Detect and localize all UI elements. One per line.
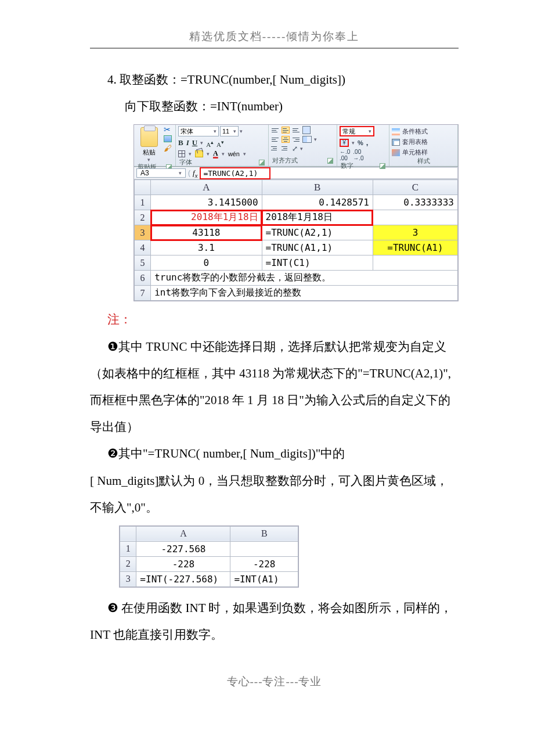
- row-header[interactable]: 5: [135, 255, 151, 271]
- ribbon-group-font: 宋体▾ 11▾ ▾ B I U▾ A▴ A▾ ▾: [176, 125, 269, 166]
- comma-style-icon[interactable]: ,: [366, 138, 369, 147]
- cell[interactable]: =TRUNC(A1): [373, 240, 457, 255]
- cell[interactable]: trunc将数字的小数部分截去，返回整数。: [151, 271, 458, 286]
- cell[interactable]: =INT(-227.568): [136, 571, 230, 586]
- percent-icon[interactable]: %: [358, 139, 363, 146]
- row-header[interactable]: 2: [135, 210, 151, 225]
- paste-label[interactable]: 粘贴: [136, 148, 161, 157]
- conditional-formatting-button[interactable]: 条件格式: [392, 127, 455, 136]
- table-row[interactable]: 7 int将数字向下舍入到最接近的整数: [135, 286, 458, 301]
- dialog-launcher-icon[interactable]: [380, 163, 385, 169]
- borders-icon[interactable]: [178, 150, 185, 157]
- row-header[interactable]: 4: [135, 240, 151, 255]
- increase-indent-icon[interactable]: [282, 145, 290, 152]
- col-header-B[interactable]: B: [230, 526, 298, 541]
- fill-color-icon[interactable]: [195, 150, 203, 157]
- table-row[interactable]: 6 trunc将数字的小数部分截去，返回整数。: [135, 271, 458, 286]
- cell[interactable]: =TRUNC(A2,1): [262, 225, 373, 240]
- cell[interactable]: 0.1428571: [262, 195, 373, 210]
- phonetic-icon[interactable]: wén: [228, 150, 240, 157]
- cut-icon[interactable]: ✂: [164, 126, 172, 133]
- cell-styles-button[interactable]: 单元格样: [392, 148, 455, 157]
- align-bottom-icon[interactable]: [292, 127, 300, 134]
- row-header[interactable]: 7: [135, 286, 151, 301]
- cell[interactable]: 2018年1月18日: [151, 210, 262, 225]
- select-all-corner[interactable]: [120, 526, 136, 541]
- cell[interactable]: =TRUNC(A1,1): [262, 240, 373, 255]
- align-middle-icon[interactable]: [282, 127, 290, 134]
- table-row[interactable]: 1 -227.568: [120, 541, 298, 556]
- row-header[interactable]: 1: [120, 541, 136, 556]
- format-as-table-button[interactable]: 套用表格: [392, 138, 455, 146]
- table-row[interactable]: 5 0 =INT(C1): [135, 255, 458, 271]
- col-header-A[interactable]: A: [136, 526, 230, 541]
- cell[interactable]: 0.3333333: [373, 195, 457, 210]
- cell[interactable]: -228: [136, 556, 230, 571]
- cell[interactable]: =INT(A1): [230, 571, 298, 586]
- cell[interactable]: 3: [373, 225, 457, 240]
- cell[interactable]: =INT(C1): [262, 255, 373, 271]
- font-name-select[interactable]: 宋体▾: [178, 126, 219, 136]
- dialog-launcher-icon[interactable]: [259, 160, 265, 165]
- table-row[interactable]: 1 3.1415000 0.1428571 0.3333333: [135, 195, 458, 210]
- fx-icon[interactable]: fx: [193, 168, 197, 179]
- align-right-icon[interactable]: [292, 136, 300, 143]
- cell[interactable]: [373, 210, 457, 225]
- col-header-B[interactable]: B: [262, 180, 373, 195]
- table-row[interactable]: 2 2018年1月18日 2018年1月18日: [135, 210, 458, 225]
- grow-font-icon[interactable]: ▾: [240, 128, 243, 134]
- align-left-icon[interactable]: [271, 136, 279, 143]
- font-size-select[interactable]: 11▾: [220, 126, 239, 136]
- ribbon-group-alignment: ▾ ⤢▾ 对齐方式: [269, 125, 337, 166]
- copy-icon[interactable]: [164, 135, 172, 142]
- increase-font-icon[interactable]: A▴: [206, 139, 214, 148]
- spreadsheet-grid[interactable]: A B 1 -227.568 2 -228 -228: [120, 526, 298, 587]
- table-row[interactable]: 2 -228 -228: [120, 556, 298, 571]
- align-top-icon[interactable]: [271, 127, 279, 134]
- conditional-formatting-icon: [392, 128, 400, 135]
- col-header-C[interactable]: C: [373, 180, 457, 195]
- bold-button[interactable]: B: [178, 138, 183, 147]
- merge-cells-icon[interactable]: [302, 136, 312, 143]
- cell[interactable]: 3.1: [151, 240, 262, 255]
- increase-decimal-icon[interactable]: ←.0.00: [340, 149, 350, 161]
- cell[interactable]: int将数字向下舍入到最接近的整数: [151, 286, 458, 301]
- select-all-corner[interactable]: [135, 180, 151, 195]
- paste-dropdown-icon[interactable]: ▾: [136, 157, 161, 163]
- font-color-icon[interactable]: A: [213, 149, 218, 158]
- cell[interactable]: -228: [230, 556, 298, 571]
- row-header[interactable]: 2: [120, 556, 136, 571]
- name-box[interactable]: A3▾: [136, 168, 186, 178]
- row-header[interactable]: 6: [135, 271, 151, 286]
- col-header-A[interactable]: A: [151, 180, 262, 195]
- wrap-text-icon[interactable]: [302, 126, 311, 134]
- spreadsheet-grid[interactable]: A B C 1 3.1415000 0.1428571 0.3333333 2 …: [134, 179, 458, 301]
- dialog-launcher-icon[interactable]: [327, 158, 333, 164]
- table-row[interactable]: 3 =INT(-227.568) =INT(A1): [120, 571, 298, 586]
- italic-button[interactable]: I: [186, 138, 189, 147]
- excel-figure-2: A B 1 -227.568 2 -228 -228: [119, 525, 459, 588]
- cell[interactable]: 2018年1月18日: [262, 210, 373, 225]
- cell[interactable]: 0: [151, 255, 262, 271]
- cell[interactable]: [230, 541, 298, 556]
- decrease-indent-icon[interactable]: [271, 145, 279, 152]
- cell[interactable]: 43118: [151, 225, 262, 240]
- number-format-select[interactable]: 常规▾: [340, 126, 374, 136]
- underline-button[interactable]: U: [192, 138, 197, 147]
- cell[interactable]: [373, 255, 457, 271]
- table-row[interactable]: 4 3.1 =TRUNC(A1,1) =TRUNC(A1): [135, 240, 458, 255]
- decrease-font-icon[interactable]: A▾: [217, 139, 224, 148]
- cell[interactable]: 3.1415000: [151, 195, 262, 210]
- row-header[interactable]: 3: [135, 225, 151, 240]
- format-painter-icon[interactable]: 🖌: [164, 145, 172, 152]
- row-header[interactable]: 3: [120, 571, 136, 586]
- row-header[interactable]: 1: [135, 195, 151, 210]
- formula-bar-input[interactable]: =TRUNC(A2,1): [200, 167, 270, 179]
- paste-icon[interactable]: [140, 127, 158, 147]
- align-center-icon[interactable]: [282, 136, 290, 143]
- cell[interactable]: -227.568: [136, 541, 230, 556]
- table-row[interactable]: 3 43118 =TRUNC(A2,1) 3: [135, 225, 458, 240]
- accounting-format-icon[interactable]: ¥: [340, 139, 349, 147]
- orientation-icon[interactable]: ⤢: [292, 145, 298, 153]
- decrease-decimal-icon[interactable]: .00→.0: [353, 149, 363, 161]
